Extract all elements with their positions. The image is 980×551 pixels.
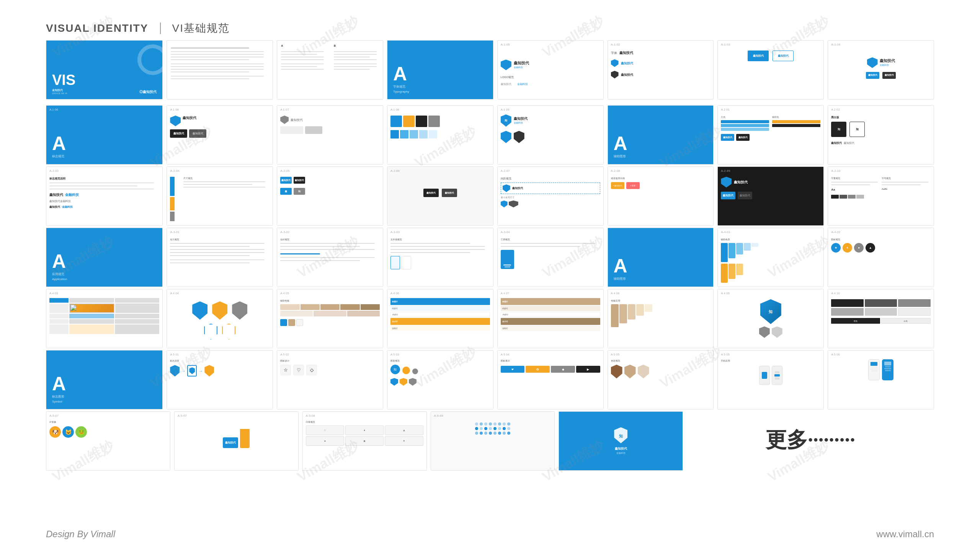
footer-left: Design By Vimall xyxy=(46,529,115,540)
slide-r2s7[interactable]: A 2 01 主色 辅助色 xyxy=(717,105,824,165)
slide-r4s6[interactable]: A 辅助图形 xyxy=(608,228,714,287)
slide-r7s5[interactable]: 知 鑫知技代 金融科技 xyxy=(559,411,683,471)
slide-label: A-1-05 xyxy=(501,43,510,46)
slide-r7s2[interactable]: A-5-07 鑫知技代 xyxy=(174,411,299,471)
slide-row-4: A 应用规范 Application A-3-01 名片规范 xyxy=(46,228,934,285)
slide-r4s2[interactable]: A-3-01 名片规范 xyxy=(167,228,273,287)
slide-text-list[interactable]: A B xyxy=(277,40,383,99)
slide-row-1: VIS 金知技代 OFFICE OF VI ◎鑫知技代 xyxy=(46,40,934,101)
slide-row-5: A 4 03 xyxy=(46,289,934,346)
slide-row-7: A-5-07 IP形象 🐶 🐱 🐸 xyxy=(46,411,934,469)
slide-r2s2[interactable]: A 1 08 鑫知技代 鑫知技代 鑫知技代 xyxy=(167,105,273,165)
slide-vis-cover[interactable]: VIS 金知技代 OFFICE OF VI ◎鑫知技代 xyxy=(46,40,163,99)
slide-r5s1[interactable]: A 4 03 xyxy=(46,289,163,348)
slide-r5s3[interactable]: A 4 05 辅助色板 xyxy=(277,289,383,348)
slide-a1-04[interactable]: A-1-04 鑫知技代 金融科技 鑫知技代 鑫知 xyxy=(828,40,934,99)
slide-r4s7[interactable]: A-4-01 辅助色系 xyxy=(717,228,824,287)
slide-row-3: A-2-03 标志规范说明 鑫知技代 金融科技 鑫知技代金融科技 xyxy=(46,166,934,224)
slide-r6s1[interactable]: A 标志图形 Symbol xyxy=(46,350,163,409)
slide-r6s7[interactable]: A 5 05 手机应用 xyxy=(717,350,824,409)
header-title: VISUAL IDENTITY xyxy=(46,22,149,34)
more-text: 更多········· xyxy=(766,426,855,454)
slide-r6s4[interactable]: A 5 03 图形规范 知 xyxy=(387,350,493,409)
slide-r7s3[interactable]: A-5-08 印章规范 ☆ ♦ ▲ ● xyxy=(302,411,427,471)
slide-r6s6[interactable]: A 5 05 色彩规范 xyxy=(608,350,714,409)
header-divider xyxy=(160,23,161,34)
slide-r3s2[interactable]: A-2-04 尺寸规范 xyxy=(167,166,273,226)
slide-a1-05[interactable]: A-1-05 鑫知技代 金融科技 LOGO规范 鑫知技代 金融科技 xyxy=(497,40,604,99)
footer-right-text: www.vimall.cn xyxy=(876,529,934,539)
slide-r6s8[interactable]: A 5 06 xyxy=(828,350,934,409)
slide-text-content[interactable] xyxy=(167,40,273,99)
slide-row-2: A 标志规范 A 1 06 A 1 08 鑫知技代 鑫知技代 xyxy=(46,105,934,163)
slide-a1-02[interactable]: A-1-02 字体 鑫知技代 鑫知技代 鑫知技代 xyxy=(608,40,714,99)
slide-r2s1[interactable]: A 标志规范 A 1 06 xyxy=(46,105,163,165)
slide-r2s6[interactable]: A 辅助图形 xyxy=(608,105,714,165)
slide-r7s1[interactable]: A-5-07 IP形象 🐶 🐱 🐸 xyxy=(46,411,170,471)
slide-blue-cover-a[interactable]: A 字体规范 Typography xyxy=(387,40,493,99)
header: VISUAL IDENTITY VI基础规范 xyxy=(46,21,230,36)
header-subtitle: VI基础规范 xyxy=(172,21,230,36)
footer-left-text: Design By Vimall xyxy=(46,529,115,539)
slide-r3s1[interactable]: A-2-03 标志规范说明 鑫知技代 金融科技 鑫知技代金融科技 xyxy=(46,166,163,226)
slide-a1-03[interactable]: A-1-03 鑫知技代 鑫知技代 xyxy=(717,40,824,99)
more-section: 更多········· xyxy=(687,411,934,469)
slide-r5s4[interactable]: A 4 06 标题行 内容行 内容行 合计行 说明行 xyxy=(387,289,493,348)
slide-r5s2[interactable]: A 4 04 xyxy=(167,289,273,348)
slide-row-6: A 标志图形 Symbol A 5 01 标志演变 → xyxy=(46,350,934,408)
slide-r3s4[interactable]: A-2-86 鑫知技代 鑫知技代 xyxy=(387,166,493,226)
slide-r4s3[interactable]: A-3-02 信封规范 xyxy=(277,228,383,287)
slide-r4s5[interactable]: A-3-04 工牌规范 xyxy=(497,228,604,287)
slide-grid: VIS 金知技代 OFFICE OF VI ◎鑫知技代 xyxy=(46,40,934,520)
slide-r3s6[interactable]: A-2-08 错误使用示例 ×鑫知技代 ×变形 xyxy=(608,166,714,226)
slide-r4s8[interactable]: A-4-02 图标规范 ★ ♦ ● ▲ xyxy=(828,228,934,287)
slide-r3s3[interactable]: A-2-05 鑫知技代 鑫知技代 鑫 xyxy=(277,166,383,226)
slide-r5s7[interactable]: A 4 09 知 xyxy=(717,289,824,348)
slide-r3s7[interactable]: A-2-89 鑫知技代 鑫知技代 鑫知技代 xyxy=(717,166,824,226)
slide-r2s4-color[interactable]: A 1 08 xyxy=(387,105,493,165)
slide-r2s8[interactable]: A 2 02 黑白版 知 知 鑫知技代 鑫知技代 xyxy=(828,105,934,165)
slide-r4s4[interactable]: A-3-03 文件袋规范 xyxy=(387,228,493,287)
slide-r5s5[interactable]: A 4 07 标题行 内容行 内容行 合计行 说明行 xyxy=(497,289,604,348)
slide-r6s5[interactable]: A 5 04 图标展示 ☛ ✿ ◆ ▶ xyxy=(497,350,604,409)
slide-r6s3[interactable]: A 5 02 图标设计 ☆ ♡ ◇ xyxy=(277,350,383,409)
slide-r4s1[interactable]: A 应用规范 Application xyxy=(46,228,163,287)
slide-r5s8[interactable]: A 4 10 黑色 白色 xyxy=(828,289,934,348)
slide-r5s6[interactable]: A 4 08 色板应用 xyxy=(608,289,714,348)
slide-r6s2[interactable]: A 5 01 标志演变 → → xyxy=(167,350,273,409)
slide-r7s4[interactable]: A-6-89 xyxy=(431,411,555,471)
footer-right: www.vimall.cn xyxy=(876,529,934,540)
slide-r2s3[interactable]: A 1 07 鑫知技代 xyxy=(277,105,383,165)
slide-r3s8[interactable]: A-2-10 字重规范 字号规范 Aa AaBb xyxy=(828,166,934,226)
slide-r2s5[interactable]: A 1 09 知 鑫知技代 金融科技 xyxy=(497,105,604,165)
slide-r3s5[interactable]: A-2-07 间距规范 鑫知技代 最小使用尺寸 xyxy=(497,166,604,226)
